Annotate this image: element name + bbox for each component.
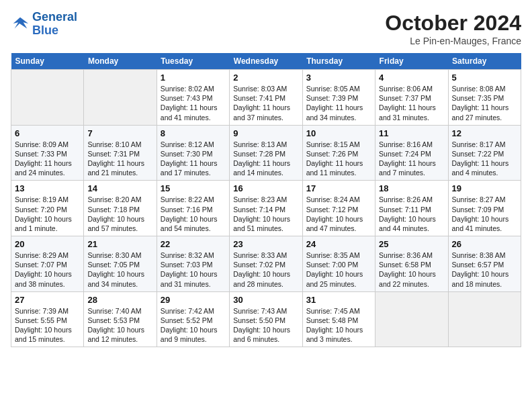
day-info: Sunrise: 8:38 AMSunset: 6:57 PMDaylight:…: [452, 250, 517, 289]
day-info: Sunrise: 8:32 AMSunset: 7:03 PMDaylight:…: [161, 250, 226, 289]
day-info: Sunrise: 8:09 AMSunset: 7:33 PMDaylight:…: [15, 140, 80, 178]
calendar-week-row: 1Sunrise: 8:02 AMSunset: 7:43 PMDaylight…: [11, 70, 521, 126]
day-number: 26: [452, 239, 517, 249]
day-number: 25: [379, 239, 444, 249]
calendar-cell: 17Sunrise: 8:24 AMSunset: 7:12 PMDayligh…: [302, 181, 375, 236]
calendar-cell: 1Sunrise: 8:02 AMSunset: 7:43 PMDaylight…: [157, 70, 229, 126]
day-info: Sunrise: 8:36 AMSunset: 6:58 PMDaylight:…: [379, 250, 444, 289]
day-info: Sunrise: 8:10 AMSunset: 7:31 PMDaylight:…: [87, 140, 152, 178]
day-info: Sunrise: 8:29 AMSunset: 7:07 PMDaylight:…: [15, 250, 80, 289]
day-number: 22: [161, 239, 226, 249]
day-number: 2: [233, 73, 298, 83]
day-number: 7: [87, 128, 152, 138]
calendar-cell: 13Sunrise: 8:19 AMSunset: 7:20 PMDayligh…: [11, 181, 84, 236]
day-info: Sunrise: 8:17 AMSunset: 7:22 PMDaylight:…: [452, 140, 517, 178]
calendar-cell: 24Sunrise: 8:35 AMSunset: 7:00 PMDayligh…: [302, 236, 375, 292]
day-info: Sunrise: 8:23 AMSunset: 7:14 PMDaylight:…: [233, 195, 298, 233]
title-block: October 2024 Le Pin-en-Mauges, France: [385, 11, 521, 46]
logo-line1: General: [32, 10, 77, 24]
day-info: Sunrise: 8:33 AMSunset: 7:02 PMDaylight:…: [233, 250, 298, 289]
calendar-cell: 16Sunrise: 8:23 AMSunset: 7:14 PMDayligh…: [230, 181, 302, 236]
calendar-cell: [375, 291, 448, 347]
calendar-week-row: 20Sunrise: 8:29 AMSunset: 7:07 PMDayligh…: [11, 236, 521, 292]
day-number: 17: [306, 183, 371, 193]
calendar-cell: 3Sunrise: 8:05 AMSunset: 7:39 PMDaylight…: [302, 70, 375, 126]
calendar-cell: 23Sunrise: 8:33 AMSunset: 7:02 PMDayligh…: [230, 236, 302, 292]
month-title: October 2024: [385, 11, 521, 36]
day-info: Sunrise: 8:22 AMSunset: 7:16 PMDaylight:…: [161, 195, 226, 233]
day-number: 31: [306, 295, 371, 305]
calendar-cell: 19Sunrise: 8:27 AMSunset: 7:09 PMDayligh…: [448, 181, 521, 236]
day-info: Sunrise: 8:30 AMSunset: 7:05 PMDaylight:…: [87, 250, 152, 289]
calendar-cell: 9Sunrise: 8:13 AMSunset: 7:28 PMDaylight…: [230, 125, 302, 181]
calendar-cell: 4Sunrise: 8:06 AMSunset: 7:37 PMDaylight…: [375, 70, 448, 126]
day-number: 16: [233, 183, 298, 193]
calendar-table: SundayMondayTuesdayWednesdayThursdayFrid…: [11, 53, 521, 347]
location: Le Pin-en-Mauges, France: [385, 36, 521, 46]
calendar-cell: 15Sunrise: 8:22 AMSunset: 7:16 PMDayligh…: [157, 181, 229, 236]
day-number: 30: [233, 295, 298, 305]
calendar-week-row: 27Sunrise: 7:39 AMSunset: 5:55 PMDayligh…: [11, 291, 521, 347]
calendar-cell: 28Sunrise: 7:40 AMSunset: 5:53 PMDayligh…: [84, 291, 157, 347]
day-info: Sunrise: 7:45 AMSunset: 5:48 PMDaylight:…: [306, 306, 371, 345]
day-info: Sunrise: 7:40 AMSunset: 5:53 PMDaylight:…: [87, 306, 152, 345]
day-number: 27: [15, 295, 80, 305]
calendar-week-row: 6Sunrise: 8:09 AMSunset: 7:33 PMDaylight…: [11, 125, 521, 181]
calendar-cell: [448, 291, 521, 347]
day-number: 5: [452, 73, 517, 83]
weekday-header: Saturday: [448, 53, 521, 70]
logo-line2: Blue: [32, 24, 58, 37]
calendar-cell: 31Sunrise: 7:45 AMSunset: 5:48 PMDayligh…: [302, 291, 375, 347]
day-info: Sunrise: 8:05 AMSunset: 7:39 PMDaylight:…: [306, 84, 371, 122]
calendar-cell: 11Sunrise: 8:16 AMSunset: 7:24 PMDayligh…: [375, 125, 448, 181]
weekday-header: Wednesday: [230, 53, 302, 70]
day-info: Sunrise: 8:24 AMSunset: 7:12 PMDaylight:…: [306, 195, 371, 233]
day-info: Sunrise: 8:20 AMSunset: 7:18 PMDaylight:…: [87, 195, 152, 233]
day-info: Sunrise: 8:08 AMSunset: 7:35 PMDaylight:…: [452, 84, 517, 122]
day-number: 13: [15, 183, 80, 193]
day-info: Sunrise: 8:26 AMSunset: 7:11 PMDaylight:…: [379, 195, 444, 233]
calendar-cell: 30Sunrise: 7:43 AMSunset: 5:50 PMDayligh…: [230, 291, 302, 347]
day-number: 24: [306, 239, 371, 249]
day-number: 9: [233, 128, 298, 138]
day-info: Sunrise: 7:42 AMSunset: 5:52 PMDaylight:…: [161, 306, 226, 345]
calendar-header-row: SundayMondayTuesdayWednesdayThursdayFrid…: [11, 53, 521, 70]
day-info: Sunrise: 8:03 AMSunset: 7:41 PMDaylight:…: [233, 84, 298, 122]
day-number: 3: [306, 73, 371, 83]
day-info: Sunrise: 8:02 AMSunset: 7:43 PMDaylight:…: [161, 84, 226, 122]
calendar-cell: 21Sunrise: 8:30 AMSunset: 7:05 PMDayligh…: [84, 236, 157, 292]
day-number: 11: [379, 128, 444, 138]
calendar-cell: 27Sunrise: 7:39 AMSunset: 5:55 PMDayligh…: [11, 291, 84, 347]
calendar-cell: 20Sunrise: 8:29 AMSunset: 7:07 PMDayligh…: [11, 236, 84, 292]
logo-icon: [11, 15, 30, 34]
day-number: 28: [87, 295, 152, 305]
page-header: General Blue October 2024 Le Pin-en-Maug…: [11, 11, 521, 46]
day-info: Sunrise: 8:12 AMSunset: 7:30 PMDaylight:…: [161, 140, 226, 178]
day-number: 14: [87, 183, 152, 193]
day-number: 20: [15, 239, 80, 249]
day-info: Sunrise: 8:15 AMSunset: 7:26 PMDaylight:…: [306, 140, 371, 178]
day-info: Sunrise: 8:27 AMSunset: 7:09 PMDaylight:…: [452, 195, 517, 233]
day-info: Sunrise: 8:16 AMSunset: 7:24 PMDaylight:…: [379, 140, 444, 178]
day-number: 18: [379, 183, 444, 193]
calendar-cell: 7Sunrise: 8:10 AMSunset: 7:31 PMDaylight…: [84, 125, 157, 181]
day-info: Sunrise: 8:13 AMSunset: 7:28 PMDaylight:…: [233, 140, 298, 178]
calendar-cell: 10Sunrise: 8:15 AMSunset: 7:26 PMDayligh…: [302, 125, 375, 181]
calendar-cell: 18Sunrise: 8:26 AMSunset: 7:11 PMDayligh…: [375, 181, 448, 236]
calendar-cell: [84, 70, 157, 126]
calendar-cell: 6Sunrise: 8:09 AMSunset: 7:33 PMDaylight…: [11, 125, 84, 181]
calendar-week-row: 13Sunrise: 8:19 AMSunset: 7:20 PMDayligh…: [11, 181, 521, 236]
weekday-header: Thursday: [302, 53, 375, 70]
calendar-cell: 8Sunrise: 8:12 AMSunset: 7:30 PMDaylight…: [157, 125, 229, 181]
calendar-cell: 29Sunrise: 7:42 AMSunset: 5:52 PMDayligh…: [157, 291, 229, 347]
svg-marker-0: [13, 17, 28, 29]
calendar-cell: 25Sunrise: 8:36 AMSunset: 6:58 PMDayligh…: [375, 236, 448, 292]
day-info: Sunrise: 8:35 AMSunset: 7:00 PMDaylight:…: [306, 250, 371, 289]
day-number: 4: [379, 73, 444, 83]
day-info: Sunrise: 8:19 AMSunset: 7:20 PMDaylight:…: [15, 195, 80, 233]
calendar-cell: 12Sunrise: 8:17 AMSunset: 7:22 PMDayligh…: [448, 125, 521, 181]
day-number: 15: [161, 183, 226, 193]
weekday-header: Sunday: [11, 53, 84, 70]
day-number: 29: [161, 295, 226, 305]
weekday-header: Friday: [375, 53, 448, 70]
